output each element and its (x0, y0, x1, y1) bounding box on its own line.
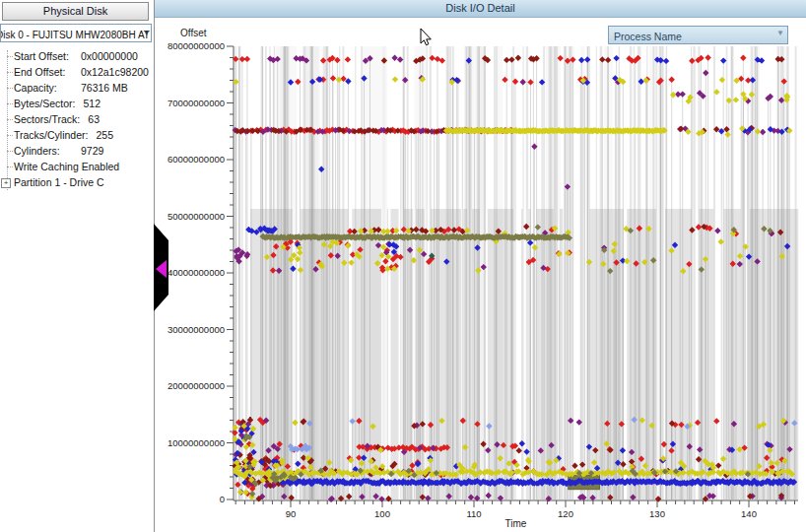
property-label: Capacity: (14, 80, 81, 96)
disk-selector[interactable]: Disk 0 - FUJITSU MHW2080BH AT ▾ (0, 24, 152, 42)
tree-line (7, 166, 13, 167)
physical-disk-header: Physical Disk (2, 2, 149, 21)
disk-property-row: Write Caching Enabled (0, 159, 154, 174)
property-value: 63 (88, 111, 100, 127)
expander-plus-icon[interactable]: + (1, 178, 11, 188)
disk-selector-value: Disk 0 - FUJITSU MHW2080BH AT (0, 28, 150, 42)
disk-property-row: Capacity:76316 MB (0, 80, 154, 96)
property-label: Bytes/Sector: (14, 96, 83, 111)
disk-property-row: Bytes/Sector:512 (0, 96, 154, 111)
dropdown-arrow-icon[interactable]: ▼ (776, 29, 784, 37)
disk-io-app: Physical Disk Disk 0 - FUJITSU MHW2080BH… (0, 0, 806, 532)
disk-properties-tree: Start Offset:0x00000000End Offset:0x12a1… (0, 48, 154, 190)
chart-plot-area[interactable] (234, 46, 798, 500)
disk-property-row: Start Offset:0x00000000 (0, 48, 154, 64)
tree-line (7, 88, 13, 89)
tree-line (7, 56, 13, 57)
tree-line (7, 72, 13, 73)
tree-line (7, 135, 13, 136)
property-label: Sectors/Track: (14, 111, 88, 127)
disk-property-row: End Offset:0x12a1c98200 (0, 64, 154, 80)
tree-line (7, 103, 13, 104)
page-title: Disk I/O Detail (445, 2, 514, 14)
disk-property-row: Cylinders:9729 (0, 143, 154, 159)
y-axis-title: Offset (180, 28, 230, 38)
property-value: 9729 (81, 143, 103, 159)
property-value: 76316 MB (81, 80, 128, 96)
dropdown-arrow-icon[interactable]: ▾ (144, 25, 149, 40)
physical-disk-panel: Physical Disk Disk 0 - FUJITSU MHW2080BH… (0, 0, 154, 532)
x-axis-title: Time (234, 518, 798, 529)
property-label: Write Caching Enabled (14, 159, 127, 174)
tree-line (7, 151, 13, 152)
detail-title-bar: Disk I/O Detail (155, 0, 806, 18)
disk-property-row: Tracks/Cylinder:255 (0, 127, 154, 143)
property-label: Start Offset: (14, 48, 81, 64)
property-label: Tracks/Cylinder: (14, 127, 96, 143)
group-by-selector[interactable]: Process Name ▼ (608, 26, 788, 44)
disk-io-detail-panel: Disk I/O Detail Offset Time Process Name… (155, 0, 806, 532)
group-by-value: Process Name (609, 31, 682, 42)
property-value: 512 (83, 96, 101, 111)
property-label: Cylinders: (14, 143, 81, 159)
property-value: 0x12a1c98200 (81, 64, 149, 80)
disk-property-row[interactable]: +Partition 1 - Drive C (0, 174, 154, 190)
property-value: 255 (96, 127, 113, 143)
disk-property-row: Sectors/Track:63 (0, 111, 154, 127)
property-label: Partition 1 - Drive C (14, 174, 112, 190)
property-value: 0x00000000 (81, 48, 138, 64)
tree-line (7, 119, 13, 120)
property-label: End Offset: (14, 64, 81, 80)
